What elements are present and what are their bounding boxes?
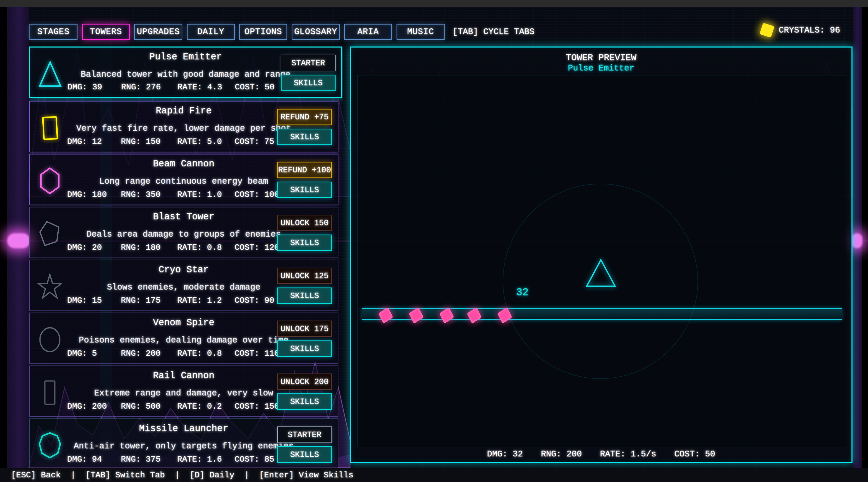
tab-music[interactable]: MUSIC [397,24,444,40]
stat-rng: RNG: 350 [121,190,177,199]
preview-stat-dmg: DMG: 32 [487,449,523,459]
stat-dmg: DMG: 200 [67,401,121,411]
stat-cost: COST: 120 [235,243,279,252]
stat-rng: RNG: 175 [121,296,177,305]
tower-stats: DMG: 5 RNG: 200 RATE: 0.8 COST: 110 [67,349,279,358]
stat-rng: RNG: 500 [121,401,177,411]
tab-cycle-hint: [TAB] CYCLE TABS [453,27,534,37]
beat-pulse-left [7,233,30,248]
stat-rng: RNG: 375 [121,455,177,464]
tab-label: TOWERS [90,27,122,37]
tab-aria[interactable]: ARIA [344,24,392,40]
skills-button[interactable]: SKILLS [281,75,336,91]
tower-preview-panel: TOWER PREVIEW Pulse Emitter 32 DMG: 32 R… [350,46,852,463]
tower-stats: DMG: 180 RNG: 350 RATE: 1.0 COST: 100 [67,190,279,199]
tower-card-pulse-emitter[interactable]: Pulse Emitter Balanced tower with good d… [29,46,342,98]
tab-towers[interactable]: TOWERS [82,24,130,40]
skills-button[interactable]: SKILLS [277,393,332,410]
stat-rng: RNG: 180 [121,243,177,252]
stat-rng: RNG: 276 [121,83,178,92]
preview-stat-rng: RNG: 200 [541,449,582,459]
tab-label: STAGES [37,27,70,37]
stat-cost: COST: 100 [235,190,279,199]
tower-card-blast-tower[interactable]: Blast Tower Deals area damage to groups … [29,207,338,258]
stat-rate: RATE: 1.6 [177,455,235,464]
skills-button[interactable]: SKILLS [277,129,332,145]
tower-stats: DMG: 15 RNG: 175 RATE: 1.2 COST: 90 [67,296,274,305]
unlock-button[interactable]: UNLOCK 150 [277,215,332,231]
tower-card-rapid-fire[interactable]: Rapid Fire Very fast fire rate, lower da… [29,101,338,152]
preview-stat-cost: COST: 50 [674,449,715,459]
stat-cost: COST: 150 [235,401,279,411]
status-button[interactable]: STARTER [277,426,332,443]
crystals-label: CRYSTALS: 96 [779,26,840,35]
preview-title: TOWER PREVIEW [351,53,851,63]
stat-rate: RATE: 0.8 [177,243,235,252]
stat-rate: RATE: 1.0 [177,190,235,199]
preview-tower-triangle-icon [586,259,616,288]
stat-dmg: DMG: 15 [67,296,121,305]
stat-dmg: DMG: 39 [67,83,121,92]
tab-label: GLOSSARY [294,27,337,37]
skills-button[interactable]: SKILLS [277,288,332,304]
unlock-button[interactable]: UNLOCK 200 [277,374,332,390]
stat-dmg: DMG: 180 [67,190,121,199]
tower-stats: DMG: 20 RNG: 180 RATE: 0.8 COST: 120 [67,243,279,252]
stat-rate: RATE: 4.3 [178,83,235,92]
card-buttons: REFUND +100 SKILLS [277,162,332,198]
refund-button[interactable]: REFUND +100 [277,162,332,178]
stat-cost: COST: 90 [235,296,274,305]
unlock-button[interactable]: UNLOCK 175 [277,321,332,337]
shortcut-hints: [ESC] Back | [TAB] Switch Tab | [D] Dail… [11,470,353,480]
tab-options[interactable]: OPTIONS [239,24,287,40]
skills-button[interactable]: SKILLS [277,341,332,357]
tab-label: UPGRADES [137,27,180,37]
tower-card-missile-launcher[interactable]: Missile Launcher Anti-air tower, only ta… [29,418,338,468]
game-screen: STAGES TOWERS UPGRADES DAILY OPTIONS GLO… [0,0,868,482]
crystal-icon [760,23,774,38]
stat-dmg: DMG: 5 [67,349,121,358]
skills-button[interactable]: SKILLS [277,446,332,463]
tab-label: ARIA [357,27,379,37]
tab-label: DAILY [197,27,224,37]
status-button[interactable]: STARTER [281,55,336,71]
tower-stats: DMG: 39 RNG: 276 RATE: 4.3 COST: 50 [67,83,275,92]
card-buttons: UNLOCK 200 SKILLS [277,374,332,410]
tab-label: MUSIC [407,27,434,37]
tower-card-rail-cannon[interactable]: Rail Cannon Extreme range and damage, ve… [29,365,338,417]
card-buttons: STARTER SKILLS [281,55,336,91]
refund-button[interactable]: REFUND +75 [277,109,332,125]
skills-button[interactable]: SKILLS [277,234,332,251]
window-top-strip [0,0,868,7]
card-buttons: STARTER SKILLS [277,426,332,463]
stat-cost: COST: 110 [235,349,279,358]
card-buttons: UNLOCK 175 SKILLS [277,321,332,357]
crystals-counter: CRYSTALS: 96 [761,24,840,36]
tab-daily[interactable]: DAILY [187,24,235,40]
stat-rng: RNG: 150 [121,137,177,147]
stat-rate: RATE: 0.8 [177,349,235,358]
enemy-track [362,308,842,320]
tower-card-venom-spire[interactable]: Venom Spire Poisons enemies, dealing dam… [29,313,338,364]
stat-dmg: DMG: 12 [67,137,121,147]
stat-cost: COST: 75 [235,137,274,147]
card-buttons: REFUND +75 SKILLS [277,109,332,145]
tower-card-beam-cannon[interactable]: Beam Cannon Long range continuous energy… [29,154,338,205]
preview-tower-name: Pulse Emitter [351,64,851,73]
stat-cost: COST: 85 [235,455,274,464]
card-buttons: UNLOCK 125 SKILLS [277,267,332,304]
tab-upgrades[interactable]: UPGRADES [134,24,182,40]
card-buttons: UNLOCK 150 SKILLS [277,215,332,251]
stat-rng: RNG: 200 [121,349,177,358]
tab-stages[interactable]: STAGES [29,24,78,40]
skills-button[interactable]: SKILLS [277,182,332,198]
preview-stat-rate: RATE: 1.5/s [600,449,656,459]
floating-damage-number: 32 [516,287,529,298]
unlock-button[interactable]: UNLOCK 125 [277,267,332,284]
preview-stats: DMG: 32 RNG: 200 RATE: 1.5/s COST: 50 [351,449,851,459]
stat-dmg: DMG: 94 [67,455,121,464]
stat-cost: COST: 50 [235,83,275,92]
tower-card-cryo-star[interactable]: Cryo Star Slows enemies, moderate damage… [29,260,338,311]
stat-rate: RATE: 5.0 [177,137,235,147]
tab-glossary[interactable]: GLOSSARY [292,24,340,40]
